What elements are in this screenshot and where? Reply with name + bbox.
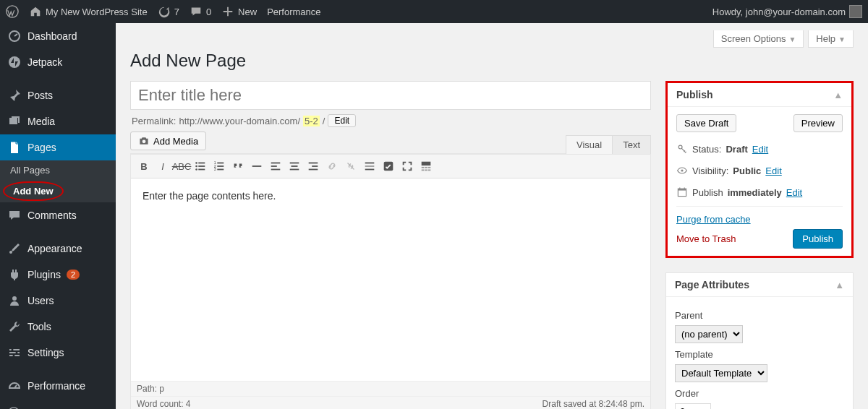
tab-visual[interactable]: Visual (566, 135, 613, 154)
svg-rect-32 (365, 163, 375, 164)
comments-item[interactable]: 0 (190, 5, 211, 18)
sliders-icon (7, 345, 22, 360)
svg-point-5 (12, 349, 14, 351)
svg-point-2 (9, 56, 20, 68)
eye-icon (676, 165, 688, 176)
edit-schedule-link[interactable]: Edit (786, 187, 802, 198)
content-area: Screen Options▼ Help▼ Add New Page Perma… (116, 23, 868, 409)
add-media-button[interactable]: Add Media (130, 132, 206, 150)
publish-box: Publish ▲ Save Draft Preview Status: Dra… (665, 81, 854, 258)
menu-performance[interactable]: Performance (0, 373, 116, 399)
svg-rect-19 (217, 165, 224, 167)
move-to-trash-link[interactable]: Move to Trash (676, 233, 736, 244)
editor-body[interactable]: Enter the page contents here. (131, 178, 650, 381)
submenu-add-new[interactable]: Add New (3, 181, 64, 201)
toggle-icon[interactable]: ▲ (835, 280, 844, 290)
svg-point-10 (195, 162, 197, 164)
wrench-icon (7, 319, 22, 334)
wp-logo[interactable] (6, 5, 19, 18)
fullscreen-button[interactable] (399, 158, 416, 175)
collapse-menu[interactable]: Collapse menu (0, 399, 116, 409)
media-icon (7, 114, 22, 129)
edit-status-link[interactable]: Edit (752, 144, 768, 155)
align-left-button[interactable] (267, 158, 284, 175)
menu-tools[interactable]: Tools (0, 314, 116, 340)
preview-button[interactable]: Preview (793, 114, 843, 132)
more-button[interactable] (361, 158, 378, 175)
toggle-icon[interactable]: ▲ (833, 90, 843, 100)
align-center-button[interactable] (286, 158, 303, 175)
new-item[interactable]: New (221, 5, 257, 18)
menu-plugins[interactable]: Plugins2 (0, 262, 116, 288)
screen-options-tab[interactable]: Screen Options▼ (713, 30, 804, 48)
toolbar-toggle-button[interactable] (417, 158, 435, 175)
bold-button[interactable]: B (135, 158, 153, 175)
menu-comments[interactable]: Comments (0, 202, 116, 228)
chevron-down-icon: ▼ (838, 35, 846, 43)
svg-point-3 (9, 251, 12, 254)
menu-settings[interactable]: Settings (0, 340, 116, 366)
chevron-down-icon: ▼ (788, 35, 796, 43)
template-select[interactable]: Default Template (675, 364, 767, 382)
side-column: Publish ▲ Save Draft Preview Status: Dra… (665, 81, 854, 409)
help-tab[interactable]: Help▼ (808, 30, 854, 48)
parent-label: Parent (675, 310, 844, 321)
svg-rect-37 (422, 167, 425, 168)
svg-rect-42 (428, 170, 431, 171)
publish-button[interactable]: Publish (793, 229, 843, 249)
menu-jetpack[interactable]: Jetpack (0, 49, 116, 75)
pages-submenu: All Pages Add New (0, 160, 116, 202)
dashboard-icon (7, 29, 22, 43)
howdy[interactable]: Howdy, john@your-domain.com (712, 5, 862, 18)
submenu-all-pages[interactable]: All Pages (0, 160, 116, 180)
svg-rect-31 (309, 169, 318, 171)
order-label: Order (675, 388, 844, 399)
refresh-item[interactable]: 7 (158, 5, 179, 18)
svg-rect-27 (292, 165, 298, 167)
site-name[interactable]: My New WordPress Site (29, 5, 148, 18)
purge-cache-link[interactable]: Purge from cache (676, 214, 751, 225)
menu-dashboard[interactable]: Dashboard (0, 23, 116, 49)
edit-visibility-link[interactable]: Edit (765, 165, 781, 176)
parent-select[interactable]: (no parent) (675, 325, 743, 343)
plus-icon (221, 5, 234, 18)
collapse-icon (7, 406, 20, 409)
editor-tabs: Visual Text (566, 134, 651, 153)
save-draft-button[interactable]: Save Draft (676, 114, 736, 132)
calendar-icon (676, 186, 688, 198)
svg-rect-22 (252, 165, 262, 167)
svg-rect-28 (290, 169, 299, 171)
menu-pages[interactable]: Pages (0, 134, 116, 160)
edit-permalink-button[interactable]: Edit (328, 114, 356, 127)
italic-button[interactable]: I (154, 158, 171, 175)
blockquote-button[interactable] (229, 158, 247, 175)
template-label: Template (675, 349, 844, 360)
svg-rect-40 (422, 170, 425, 171)
svg-rect-24 (271, 165, 277, 167)
gauge-icon (7, 379, 22, 393)
comment-icon (190, 5, 203, 18)
hr-button[interactable] (248, 158, 265, 175)
performance-item[interactable]: Performance (267, 7, 320, 17)
number-list-button[interactable]: 123 (210, 158, 228, 175)
publish-title: Publish (676, 89, 713, 100)
unlink-button[interactable] (342, 158, 359, 175)
site-name-text: My New WordPress Site (46, 7, 148, 17)
svg-point-7 (13, 355, 15, 357)
tab-text[interactable]: Text (612, 135, 651, 154)
status-row: Status: Draft Edit (676, 138, 843, 160)
spellcheck-button[interactable] (380, 158, 397, 175)
plugin-icon (7, 267, 22, 282)
menu-users[interactable]: Users (0, 288, 116, 314)
menu-appearance[interactable]: Appearance (0, 236, 116, 262)
menu-posts[interactable]: Posts (0, 82, 116, 108)
svg-rect-23 (271, 163, 281, 164)
bullet-list-button[interactable] (192, 158, 209, 175)
strike-button[interactable]: ABC (173, 158, 190, 175)
status-bar: Word count: 4 Draft saved at 8:24:48 pm. (131, 396, 650, 409)
title-input[interactable] (130, 81, 651, 110)
align-right-button[interactable] (305, 158, 322, 175)
link-button[interactable] (323, 158, 341, 175)
order-input[interactable] (675, 403, 711, 409)
menu-media[interactable]: Media (0, 108, 116, 134)
